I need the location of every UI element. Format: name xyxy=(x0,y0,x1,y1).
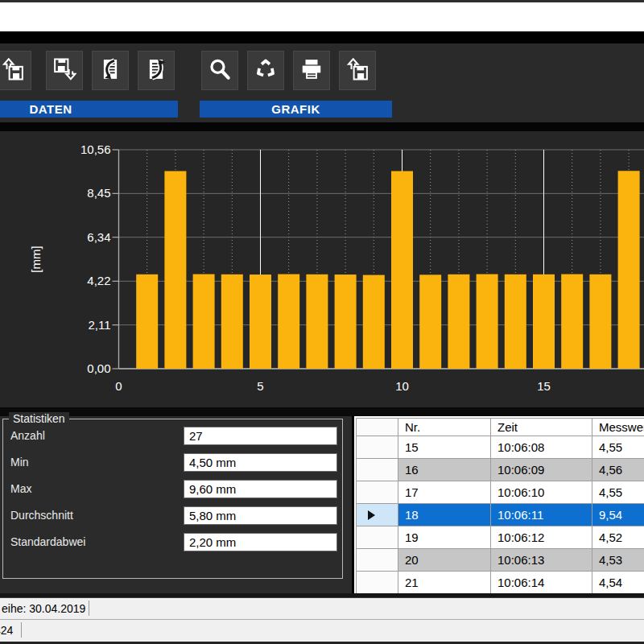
measurement-bar xyxy=(335,275,357,369)
y-tick-label: 0,00 xyxy=(87,361,110,375)
y-tick-label: 4,22 xyxy=(87,274,110,287)
floppy-arrow-down-icon xyxy=(52,57,76,85)
measurement-bar xyxy=(306,275,328,369)
toolbar-button-print-graphic[interactable] xyxy=(293,51,330,90)
stat-label: Anzahl xyxy=(10,429,45,442)
measurement-bar xyxy=(278,275,299,369)
column-header-nr[interactable]: Nr. xyxy=(398,419,491,436)
y-axis-unit-label: [mm] xyxy=(29,246,43,272)
cell-zeit[interactable]: 10:06:13 xyxy=(491,549,592,572)
table-row[interactable]: 1910:06:124,52 xyxy=(357,526,644,549)
top-black-band xyxy=(0,31,644,43)
toolbar-button-export-document[interactable] xyxy=(138,51,175,90)
table-header-row: Nr.ZeitMesswert xyxy=(357,419,644,436)
cell-messwert[interactable]: 4,55 xyxy=(592,481,644,504)
table-row[interactable]: 1510:06:084,55 xyxy=(357,436,644,459)
x-tick-label: 5 xyxy=(257,379,263,393)
series-date-text: eihe: 30.04.2019 xyxy=(2,602,85,615)
toolbar-group-label-grafik: GRAFIK xyxy=(200,101,392,118)
row-selector-header xyxy=(357,419,398,436)
cell-nr[interactable]: 18 xyxy=(398,504,491,526)
table-row[interactable]: 2010:06:134,53 xyxy=(357,549,644,572)
cell-zeit[interactable]: 10:06:14 xyxy=(491,572,592,594)
cell-messwert[interactable]: 4,52 xyxy=(592,526,644,549)
measurement-bar xyxy=(505,275,526,369)
measurement-bar xyxy=(164,171,186,369)
cell-nr[interactable]: 21 xyxy=(398,572,491,594)
y-tick-label: 8,45 xyxy=(87,186,110,200)
measurement-bar xyxy=(250,275,271,369)
magnifier-icon xyxy=(208,57,232,85)
recycle-icon xyxy=(254,57,278,85)
cell-nr[interactable]: 20 xyxy=(398,549,491,572)
y-tick-label: 10,56 xyxy=(80,142,111,156)
row-selector-cell[interactable] xyxy=(357,459,398,481)
status-bar-device: 424 xyxy=(0,619,644,642)
cell-zeit[interactable]: 10:06:09 xyxy=(491,459,592,481)
measurement-bar xyxy=(477,275,498,369)
stat-row-min: Min xyxy=(3,453,342,472)
cell-nr[interactable]: 19 xyxy=(398,526,491,549)
cell-zeit[interactable]: 10:06:08 xyxy=(491,436,592,459)
toolbar-button-reset-graphic[interactable] xyxy=(247,51,284,90)
current-row-arrow-icon xyxy=(368,510,375,520)
chart-panel: 0,002,114,226,348,4510,56051015[mm] xyxy=(0,131,644,407)
stat-value-field-durchschnitt[interactable] xyxy=(184,506,337,525)
row-selector-cell[interactable] xyxy=(357,504,398,526)
toolbar-button-zoom-graphic[interactable] xyxy=(201,51,238,90)
toolbar-group-label-daten: DATEN xyxy=(0,101,178,118)
y-tick-label: 2,11 xyxy=(88,318,110,332)
top-white-band xyxy=(0,2,644,31)
measurement-bar xyxy=(618,171,640,369)
row-selector-cell[interactable] xyxy=(357,481,398,504)
table-row[interactable]: 1610:06:094,56 xyxy=(357,459,644,481)
statistics-groupbox: Statistiken AnzahlMinMaxDurchschnittStan… xyxy=(2,419,343,579)
stat-value-field-min[interactable] xyxy=(184,453,337,472)
toolbar-button-load-data[interactable] xyxy=(0,51,31,90)
cell-messwert[interactable]: 4,56 xyxy=(592,459,644,481)
stat-label: Durchschnitt xyxy=(10,509,73,522)
x-tick-label: 10 xyxy=(395,379,409,393)
stat-value-field-max[interactable] xyxy=(184,480,337,498)
row-selector-cell[interactable] xyxy=(357,572,398,594)
cell-zeit[interactable]: 10:06:10 xyxy=(491,481,592,504)
table-row[interactable]: 1810:06:119,54 xyxy=(357,504,644,526)
row-selector-cell[interactable] xyxy=(357,549,398,572)
document-curved-arrow-up-icon xyxy=(144,57,168,85)
toolbar-button-save-data[interactable] xyxy=(46,51,83,90)
cell-messwert[interactable]: 9,54 xyxy=(592,504,644,526)
stat-row-anzahl: Anzahl xyxy=(3,427,342,445)
row-selector-cell[interactable] xyxy=(357,526,398,549)
measurement-bar xyxy=(193,275,215,369)
stat-label: Max xyxy=(10,482,31,495)
statistics-panel: Statistiken AnzahlMinMaxDurchschnittStan… xyxy=(0,416,352,593)
column-header-zeit[interactable]: Zeit xyxy=(491,419,592,436)
cell-messwert[interactable]: 4,55 xyxy=(592,436,644,459)
table-row[interactable]: 2110:06:144,54 xyxy=(357,572,644,594)
toolbar: DATENGRAFIK xyxy=(0,43,644,122)
cell-messwert[interactable]: 4,53 xyxy=(592,549,644,572)
stat-value-field-standardabwei[interactable] xyxy=(184,533,337,551)
measurement-bar xyxy=(391,171,413,369)
measurement-bar xyxy=(221,275,243,369)
cell-nr[interactable]: 17 xyxy=(398,481,491,504)
toolbar-button-save-graphic[interactable] xyxy=(339,51,376,90)
cell-nr[interactable]: 16 xyxy=(398,459,491,481)
x-tick-label: 15 xyxy=(537,379,551,393)
floppy-arrow-up-icon xyxy=(1,57,25,85)
stat-row-max: Max xyxy=(3,480,342,498)
cell-messwert[interactable]: 4,54 xyxy=(592,572,644,594)
toolbar-button-delete-document[interactable] xyxy=(92,51,129,90)
cell-zeit[interactable]: 10:06:11 xyxy=(491,504,592,526)
table-row[interactable]: 1710:06:104,55 xyxy=(357,481,644,504)
stat-value-field-anzahl[interactable] xyxy=(184,427,337,445)
printer-icon xyxy=(299,57,324,85)
cell-zeit[interactable]: 10:06:12 xyxy=(491,526,592,549)
x-tick-label: 0 xyxy=(115,379,122,393)
measurement-bar xyxy=(363,275,385,369)
cell-nr[interactable]: 15 xyxy=(398,436,491,459)
column-header-messwert[interactable]: Messwert xyxy=(592,419,644,436)
status-separator xyxy=(21,622,22,638)
measurement-table: Nr.ZeitMesswert 1510:06:084,551610:06:09… xyxy=(356,418,644,594)
row-selector-cell[interactable] xyxy=(357,436,398,459)
